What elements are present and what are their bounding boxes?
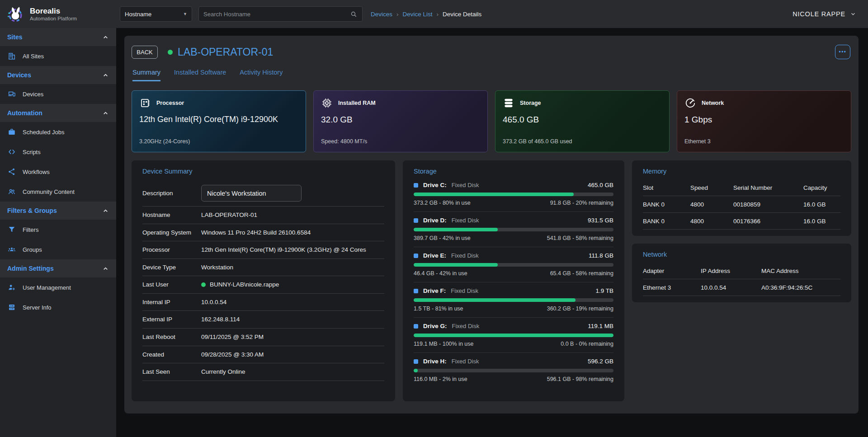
storage-panel: Storage Drive C: Fixed Disk 465.0 GB 373… xyxy=(403,160,624,401)
speedometer-icon xyxy=(684,97,696,109)
summary-row-last-user: Last User BUNNY-LAB\nicole.rappe xyxy=(142,276,384,294)
sidebar-section-sites[interactable]: Sites xyxy=(0,28,116,46)
breadcrumb-current: Device Details xyxy=(443,11,481,18)
summary-row-created: Created 09/28/2025 @ 3:30 AM xyxy=(142,346,384,364)
drive-row-e: Drive E: Fixed Disk 111.8 GB 46.4 GB - 4… xyxy=(414,247,613,282)
more-options-button[interactable]: ••• xyxy=(835,45,850,59)
hostname-filter-select[interactable]: Hostname ▼ xyxy=(120,6,192,22)
drive-usage-bar xyxy=(414,369,613,372)
summary-row-description: Description xyxy=(142,180,384,207)
search-input[interactable] xyxy=(203,11,350,18)
storage-title: Storage xyxy=(414,160,613,175)
drive-usage-bar xyxy=(414,228,613,231)
sidebar-item-scripts[interactable]: Scripts xyxy=(0,142,116,162)
filter-funnel-icon xyxy=(7,226,16,234)
sidebar-item-server-info[interactable]: Server Info xyxy=(0,297,116,317)
hostname-search xyxy=(198,6,363,22)
storage-card: Storage 465.0 GB 373.2 GB of 465.0 GB us… xyxy=(495,90,670,152)
back-button[interactable]: BACK xyxy=(132,46,158,59)
drive-usage-bar xyxy=(414,334,613,337)
ram-value: 32.0 GB xyxy=(321,115,480,125)
storage-stack-icon xyxy=(503,97,514,109)
storage-subtitle: 373.2 GB of 465.0 GB used xyxy=(503,138,662,146)
storage-value: 465.0 GB xyxy=(503,115,662,125)
ram-card: Installed RAM 32.0 GB Speed: 4800 MT/s xyxy=(313,90,488,152)
drive-icon xyxy=(414,289,418,293)
user-online-dot xyxy=(201,282,206,287)
server-icon xyxy=(7,303,16,311)
top-bar: Borealis Automation Platform Hostname ▼ … xyxy=(0,0,868,28)
brand-logo: Borealis Automation Platform xyxy=(0,4,116,24)
workflow-share-icon xyxy=(7,168,16,176)
drive-usage-bar xyxy=(414,263,613,267)
tab-installed-software[interactable]: Installed Software xyxy=(174,69,226,81)
drive-row-c: Drive C: Fixed Disk 465.0 GB 373.2 GB - … xyxy=(414,177,613,212)
device-details-card: BACK LAB-OPERATOR-01 ••• Summary Install… xyxy=(124,36,859,414)
tab-summary[interactable]: Summary xyxy=(132,69,160,81)
people-icon xyxy=(7,188,16,196)
summary-row-last-reboot: Last Reboot 09/11/2025 @ 3:52 PM xyxy=(142,329,384,346)
processor-card: Processor 12th Gen Intel(R) Core(TM) i9-… xyxy=(132,90,306,152)
drive-row-d: Drive D: Fixed Disk 931.5 GB 389.7 GB - … xyxy=(414,212,613,247)
brand-name: Borealis xyxy=(30,7,77,16)
tab-bar: Summary Installed Software Activity Hist… xyxy=(132,69,851,81)
summary-row-processor: Processor 12th Gen Intel(R) Core(TM) i9-… xyxy=(142,241,384,259)
sidebar-item-all-sites[interactable]: All Sites xyxy=(0,46,116,66)
network-subtitle: Ethernet 3 xyxy=(684,138,844,146)
network-title: Network xyxy=(643,244,840,258)
sidebar-section-filters-groups[interactable]: Filters & Groups xyxy=(0,202,116,220)
search-icon xyxy=(350,10,358,18)
briefcase-icon xyxy=(7,128,16,136)
chevron-up-icon xyxy=(102,207,109,214)
memory-panel: Memory Slot Speed Serial Number Capacity… xyxy=(632,160,851,236)
sidebar-item-groups[interactable]: Groups xyxy=(0,240,116,259)
breadcrumb-device-list[interactable]: Device List xyxy=(403,11,433,18)
network-card: Network 1 Gbps Ethernet 3 xyxy=(677,90,851,152)
sidebar-item-community-content[interactable]: Community Content xyxy=(0,182,116,202)
description-input[interactable] xyxy=(201,185,302,202)
sidebar-item-workflows[interactable]: Workflows xyxy=(0,162,116,182)
sidebar-item-scheduled-jobs[interactable]: Scheduled Jobs xyxy=(0,122,116,142)
breadcrumb: Devices › Device List › Device Details xyxy=(371,11,481,18)
sidebar-section-admin-settings[interactable]: Admin Settings xyxy=(0,259,116,277)
drive-row-g: Drive G: Fixed Disk 119.1 MB 119.1 MB - … xyxy=(414,318,613,353)
ram-subtitle: Speed: 4800 MT/s xyxy=(321,138,480,146)
network-value: 1 Gbps xyxy=(684,115,844,125)
summary-row-os: Operating System Windows 11 Pro 24H2 Bui… xyxy=(142,224,384,242)
breadcrumb-devices[interactable]: Devices xyxy=(371,11,392,18)
network-table-row: Ethernet 3 10.0.0.54 A0:36:9F:94:26:5C xyxy=(643,279,840,296)
chevron-up-icon xyxy=(102,265,109,272)
drive-icon xyxy=(414,218,418,223)
summary-row-hostname: Hostname LAB-OPERATOR-01 xyxy=(142,207,384,224)
stat-cards: Processor 12th Gen Intel(R) Core(TM) i9-… xyxy=(132,90,851,152)
chevron-up-icon xyxy=(102,72,109,79)
network-panel: Network Adapter IP Address MAC Address E… xyxy=(632,244,851,302)
memory-table-row: BANK 0 4800 00176366 16.0 GB xyxy=(643,213,840,230)
chevron-up-icon xyxy=(102,34,109,41)
drive-icon xyxy=(414,183,418,188)
chevron-down-icon xyxy=(850,11,856,17)
brand-tagline: Automation Platform xyxy=(30,16,77,21)
drive-row-f: Drive F: Fixed Disk 1.9 TB 1.5 TB - 81% … xyxy=(414,282,613,318)
sidebar-section-automation[interactable]: Automation xyxy=(0,104,116,122)
memory-title: Memory xyxy=(643,160,840,175)
sidebar-item-filters[interactable]: Filters xyxy=(0,220,116,240)
sidebar-section-devices[interactable]: Devices xyxy=(0,66,116,84)
code-icon xyxy=(7,148,16,156)
right-column: Memory Slot Speed Serial Number Capacity… xyxy=(632,160,851,302)
summary-row-external-ip: External IP 162.248.8.114 xyxy=(142,311,384,329)
tab-activity-history[interactable]: Activity History xyxy=(240,69,283,81)
cpu-icon xyxy=(139,97,151,109)
title-row: BACK LAB-OPERATOR-01 xyxy=(132,46,851,59)
user-menu[interactable]: NICOLE RAPPE xyxy=(793,10,856,18)
processor-subtitle: 3.20GHz (24-Cores) xyxy=(139,138,298,146)
drive-icon xyxy=(414,254,418,258)
user-name: NICOLE RAPPE xyxy=(793,10,845,18)
drive-icon xyxy=(414,324,418,329)
summary-row-last-seen: Last Seen Currently Online xyxy=(142,363,384,381)
processor-value: 12th Gen Intel(R) Core(TM) i9-12900K xyxy=(139,115,298,124)
chevron-down-icon: ▼ xyxy=(183,12,187,16)
drive-row-h: Drive H: Fixed Disk 596.2 GB 116.0 MB - … xyxy=(414,353,613,388)
sidebar-item-user-management[interactable]: User Management xyxy=(0,277,116,297)
sidebar-item-devices[interactable]: Devices xyxy=(0,84,116,104)
